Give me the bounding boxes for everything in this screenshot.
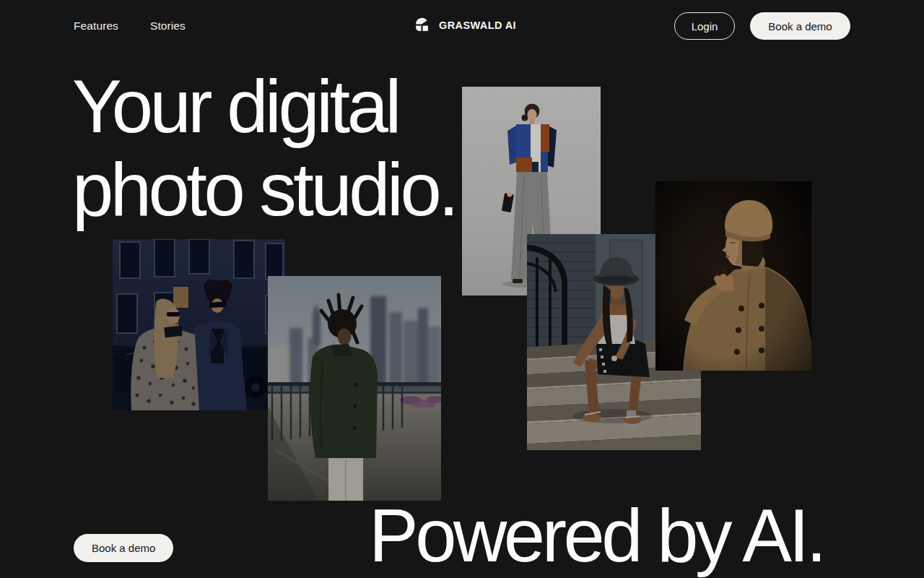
hero-tagline: Powered by AI.: [369, 496, 824, 576]
hero-title-line2: photo studio.: [72, 148, 456, 231]
login-button[interactable]: Login: [674, 12, 735, 40]
hero-title: Your digital photo studio.: [72, 65, 456, 231]
graswald-logo-icon: [414, 17, 430, 33]
book-demo-button-header[interactable]: Book a demo: [750, 12, 850, 40]
nav-link-features[interactable]: Features: [74, 20, 118, 33]
landing-page: Features Stories GRASWALD AI Login Book …: [0, 0, 924, 578]
book-demo-button-hero[interactable]: Book a demo: [74, 534, 173, 562]
photo-camel-coat-model: [655, 181, 811, 371]
hero-title-line1: Your digital: [72, 65, 456, 148]
brand-logo[interactable]: GRASWALD AI: [414, 17, 516, 33]
brand-name: GRASWALD AI: [439, 20, 516, 31]
photo-night-street-couple: [113, 239, 285, 410]
nav-link-stories[interactable]: Stories: [150, 20, 186, 33]
photo-skyline-green-coat-model: [268, 276, 441, 501]
